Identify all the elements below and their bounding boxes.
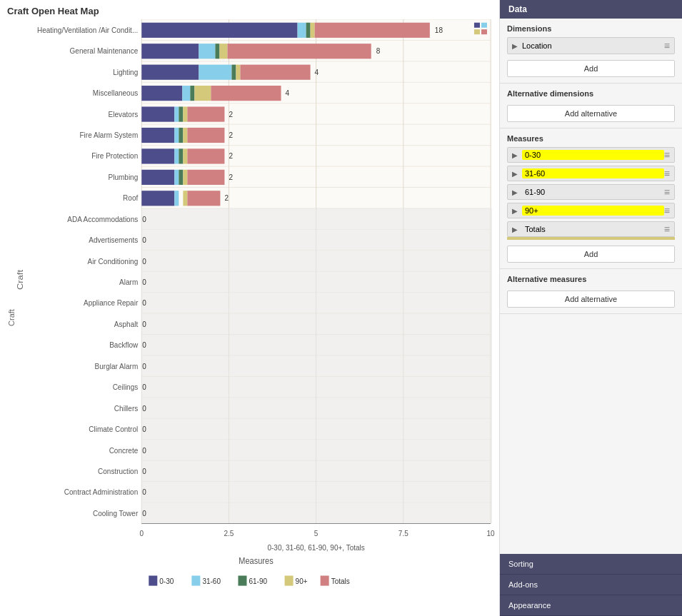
svg-rect-66 bbox=[187, 128, 224, 143]
svg-text:0: 0 bbox=[142, 466, 146, 475]
svg-text:Asphalt: Asphalt bbox=[114, 319, 138, 328]
svg-rect-77 bbox=[183, 170, 187, 185]
svg-text:Appliance Repair: Appliance Repair bbox=[84, 298, 139, 308]
svg-rect-35 bbox=[311, 23, 315, 38]
measure-arrow-icon: ▶ bbox=[512, 226, 518, 233]
svg-text:0: 0 bbox=[142, 361, 146, 370]
measure-menu-icon[interactable]: ≡ bbox=[664, 224, 670, 234]
svg-text:0: 0 bbox=[142, 256, 146, 266]
dimensions-section: Dimensions ▶ Location ≡ Add bbox=[500, 19, 682, 84]
svg-text:Heating/Ventilation /Air Condi: Heating/Ventilation /Air Condit... bbox=[37, 25, 138, 34]
svg-text:Totals: Totals bbox=[331, 576, 351, 585]
dimension-menu-icon[interactable]: ≡ bbox=[664, 41, 670, 51]
svg-text:Lighting: Lighting bbox=[113, 67, 138, 76]
svg-rect-56 bbox=[141, 106, 174, 121]
svg-rect-70 bbox=[179, 148, 183, 163]
measure-arrow-icon: ▶ bbox=[512, 188, 518, 196]
svg-text:5: 5 bbox=[314, 528, 319, 537]
svg-text:Cooling Tower: Cooling Tower bbox=[93, 508, 139, 517]
svg-text:2: 2 bbox=[229, 172, 233, 181]
svg-rect-138 bbox=[285, 575, 294, 585]
svg-text:2: 2 bbox=[229, 151, 233, 161]
svg-rect-54 bbox=[211, 86, 281, 101]
dimension-location-label: Location bbox=[522, 41, 664, 50]
svg-rect-75 bbox=[174, 170, 179, 185]
right-panel: Data Dimensions ▶ Location ≡ Add Alterna… bbox=[500, 0, 682, 616]
svg-text:0: 0 bbox=[139, 528, 144, 537]
svg-rect-31 bbox=[141, 208, 492, 524]
svg-text:61-90: 61-90 bbox=[249, 576, 267, 585]
add-alt-measure-button[interactable]: Add alternative bbox=[507, 291, 675, 308]
svg-text:2: 2 bbox=[229, 130, 233, 139]
svg-rect-136 bbox=[238, 575, 246, 585]
appearance-section[interactable]: Appearance bbox=[500, 595, 682, 616]
svg-rect-57 bbox=[174, 106, 179, 121]
measure-61-90-label: 61-90 bbox=[522, 187, 664, 197]
measure-menu-icon[interactable]: ≡ bbox=[664, 168, 670, 178]
svg-rect-65 bbox=[183, 128, 187, 143]
totals-bar bbox=[507, 237, 675, 240]
svg-rect-59 bbox=[183, 106, 187, 121]
svg-rect-53 bbox=[194, 86, 211, 101]
measure-0-30[interactable]: ▶ 0-30 ≡ bbox=[507, 147, 675, 163]
add-measure-button[interactable]: Add bbox=[507, 246, 675, 263]
svg-text:0: 0 bbox=[142, 403, 146, 413]
svg-rect-48 bbox=[240, 65, 310, 80]
svg-text:Fire Alarm System: Fire Alarm System bbox=[80, 130, 139, 139]
svg-text:General Maintenance: General Maintenance bbox=[70, 46, 139, 56]
svg-text:Craft: Craft bbox=[16, 269, 25, 290]
svg-text:Chillers: Chillers bbox=[114, 403, 139, 413]
svg-text:Construction: Construction bbox=[98, 466, 138, 475]
svg-text:Concrete: Concrete bbox=[109, 445, 139, 455]
svg-text:7.5: 7.5 bbox=[398, 528, 408, 537]
measure-menu-icon[interactable]: ≡ bbox=[664, 206, 670, 216]
svg-rect-51 bbox=[182, 86, 190, 101]
measure-61-90[interactable]: ▶ 61-90 ≡ bbox=[507, 184, 675, 200]
measure-31-60[interactable]: ▶ 31-60 ≡ bbox=[507, 166, 675, 181]
chart-svg: 18 8 4 4 bbox=[13, 19, 499, 616]
svg-text:Climate Control: Climate Control bbox=[89, 424, 138, 433]
measure-totals-label: Totals bbox=[522, 224, 664, 234]
dimension-location[interactable]: ▶ Location ≡ bbox=[507, 37, 675, 54]
appearance-label: Appearance bbox=[508, 601, 551, 610]
svg-text:31-60: 31-60 bbox=[202, 576, 221, 585]
svg-text:ADA Accommodations: ADA Accommodations bbox=[67, 214, 138, 223]
measure-menu-icon[interactable]: ≡ bbox=[664, 150, 670, 160]
addons-label: Add-ons bbox=[508, 580, 538, 589]
add-dimension-button[interactable]: Add bbox=[507, 60, 675, 77]
svg-rect-46 bbox=[231, 65, 236, 80]
svg-rect-32 bbox=[141, 23, 297, 38]
svg-text:90+: 90+ bbox=[296, 576, 308, 585]
svg-rect-71 bbox=[183, 148, 187, 163]
svg-text:Alarm: Alarm bbox=[119, 277, 138, 286]
sorting-section[interactable]: Sorting bbox=[500, 554, 682, 575]
svg-text:0: 0 bbox=[142, 235, 146, 244]
measures-title: Measures bbox=[507, 134, 675, 143]
svg-rect-33 bbox=[298, 23, 306, 38]
svg-text:10: 10 bbox=[486, 528, 494, 537]
svg-text:0: 0 bbox=[142, 508, 146, 517]
svg-rect-52 bbox=[190, 86, 194, 101]
dimensions-title: Dimensions bbox=[507, 24, 675, 33]
svg-text:Roof: Roof bbox=[123, 193, 139, 203]
measures-section: Measures ▶ 0-30 ≡ ▶ 31-60 ≡ ▶ 61-90 ≡ ▶ … bbox=[500, 128, 682, 269]
measure-90plus[interactable]: ▶ 90+ ≡ bbox=[507, 203, 675, 218]
svg-rect-38 bbox=[141, 44, 199, 59]
svg-text:8: 8 bbox=[376, 46, 381, 56]
svg-text:0: 0 bbox=[142, 319, 146, 328]
measure-totals[interactable]: ▶ Totals ≡ bbox=[507, 221, 675, 237]
svg-rect-134 bbox=[191, 575, 200, 585]
svg-rect-44 bbox=[141, 65, 199, 80]
svg-text:0: 0 bbox=[142, 340, 146, 350]
svg-rect-45 bbox=[199, 65, 231, 80]
svg-text:18: 18 bbox=[435, 25, 443, 34]
panel-header: Data bbox=[500, 0, 682, 19]
svg-rect-132 bbox=[149, 575, 157, 585]
measure-menu-icon[interactable]: ≡ bbox=[664, 187, 670, 197]
addons-section[interactable]: Add-ons bbox=[500, 575, 682, 595]
add-alt-dimension-button[interactable]: Add alternative bbox=[507, 105, 675, 122]
svg-rect-62 bbox=[141, 128, 174, 143]
svg-text:2.5: 2.5 bbox=[224, 528, 234, 537]
svg-text:0: 0 bbox=[142, 445, 146, 455]
svg-text:Plumbing: Plumbing bbox=[109, 172, 139, 181]
